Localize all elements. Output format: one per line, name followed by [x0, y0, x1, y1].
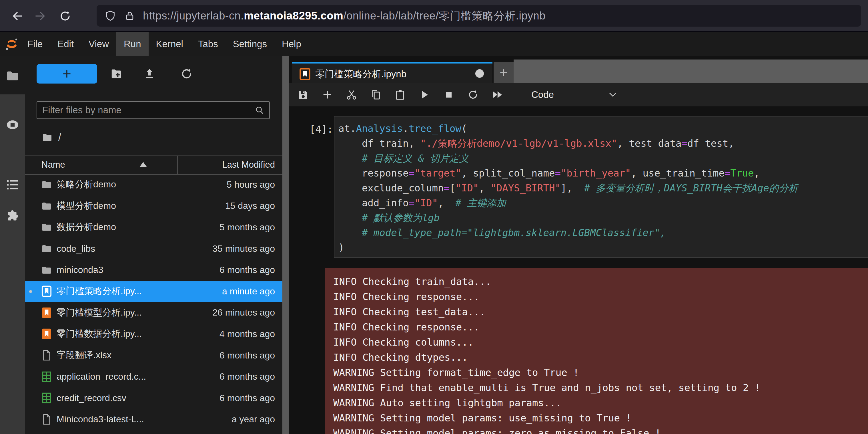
folder-icon	[41, 200, 52, 212]
file-name: miniconda3	[57, 265, 103, 275]
folder-icon	[41, 264, 52, 276]
file-row[interactable]: miniconda36 months ago	[25, 259, 282, 281]
file-row[interactable]: code_libs35 minutes ago	[25, 238, 282, 259]
new-folder-button[interactable]	[108, 66, 125, 82]
lock-icon[interactable]	[124, 10, 135, 22]
insert-cell-button[interactable]	[319, 87, 335, 103]
output-line: INFO Checking dtypes...	[333, 350, 868, 365]
file-modified: 6 months ago	[219, 350, 275, 361]
main-dock: 零门槛策略分析.ipynb + Code [4]: at.Analysis.tr…	[289, 56, 868, 434]
code-line: exclude_column=["ID", "DAYS_BIRTH"], # 多…	[338, 180, 868, 195]
folder-icon	[41, 178, 52, 191]
menu-item-help[interactable]: Help	[274, 32, 309, 56]
file-modified: 6 months ago	[219, 265, 275, 275]
cut-button[interactable]	[344, 87, 360, 103]
file-modified: 26 minutes ago	[212, 307, 275, 318]
sidebar-tab-table-of-contents[interactable]	[0, 172, 25, 197]
file-modified: 15 days ago	[225, 201, 275, 211]
chevron-down-icon	[609, 92, 617, 97]
jupyter-menu-bar: FileEditViewRunKernelTabsSettingsHelp	[0, 32, 868, 56]
folder-icon	[41, 221, 52, 233]
file-row[interactable]: 零门槛策略分析.ipy...a minute ago	[25, 281, 282, 302]
code-line: # model_type_path="lightgbm.sklearn.LGBM…	[338, 225, 868, 240]
file-modified: 6 months ago	[219, 393, 275, 403]
file-row[interactable]: application_record.c...6 months ago	[25, 366, 282, 387]
notebook-icon	[41, 307, 52, 319]
output-line: INFO Checking train_data...	[333, 274, 868, 289]
menu-item-kernel[interactable]: Kernel	[149, 32, 191, 56]
back-icon[interactable]	[10, 8, 26, 24]
file-row[interactable]: 模型分析demo15 days ago	[25, 195, 282, 217]
sort-asc-icon[interactable]	[140, 162, 147, 167]
upload-button[interactable]	[142, 66, 157, 82]
file-name: Miniconda3-latest-L...	[57, 414, 144, 425]
column-last-modified[interactable]: Last Modified	[222, 160, 275, 170]
file-browser-panel: + / Name Last Modified 策略分析demo5 hours a…	[25, 56, 282, 434]
url-prefix: https://jupyterlab-cn.	[143, 10, 244, 22]
menu-item-tabs[interactable]: Tabs	[191, 32, 225, 56]
menu-items: FileEditViewRunKernelTabsSettingsHelp	[20, 32, 309, 56]
file-name: 零门槛数据分析.ipy...	[57, 327, 142, 340]
menu-item-settings[interactable]: Settings	[225, 32, 274, 56]
folder-icon	[6, 69, 20, 83]
file-modified: 4 months ago	[219, 329, 275, 339]
sidebar-tab-running-sessions[interactable]	[0, 112, 25, 137]
file-row[interactable]: 数据分析demo5 months ago	[25, 216, 282, 238]
activity-sidebar	[0, 56, 26, 434]
code-line: at.Analysis.tree_flow(	[338, 121, 868, 136]
column-divider	[177, 156, 178, 174]
shield-icon[interactable]	[104, 10, 116, 22]
file-name: 字段翻译.xlsx	[57, 349, 112, 361]
file-filter	[37, 101, 270, 119]
running-icon	[6, 118, 20, 132]
file-row[interactable]: 零门槛模型分析.ipy...26 minutes ago	[25, 302, 282, 324]
doc-icon	[41, 349, 52, 361]
url-text: https://jupyterlab-cn.metanoia8295.com/o…	[143, 8, 546, 23]
tab-dirty-indicator[interactable]	[475, 69, 484, 78]
restart-button[interactable]	[465, 87, 481, 103]
restart-run-all-button[interactable]	[489, 87, 505, 103]
screen: https://jupyterlab-cn.metanoia8295.com/o…	[0, 0, 868, 434]
breadcrumb[interactable]: /	[42, 131, 61, 144]
cell-prompt: [4]:	[289, 124, 333, 135]
file-name: 零门槛模型分析.ipy...	[57, 307, 142, 319]
file-name: 策略分析demo	[57, 178, 116, 191]
cell-type-select[interactable]: Code	[531, 89, 617, 100]
sidebar-tab-extensions[interactable]	[0, 203, 25, 229]
breadcrumb-root[interactable]: /	[58, 131, 61, 143]
reload-icon[interactable]	[57, 8, 73, 24]
menu-item-file[interactable]: File	[20, 32, 50, 56]
menu-item-edit[interactable]: Edit	[50, 32, 81, 56]
interrupt-button[interactable]	[441, 87, 457, 103]
notebook-tab[interactable]: 零门槛策略分析.ipynb	[292, 62, 492, 85]
code-line: )	[338, 240, 868, 255]
paste-button[interactable]	[392, 87, 408, 103]
sidebar-tab-file-browser-active[interactable]	[0, 63, 25, 88]
column-name[interactable]: Name	[41, 160, 65, 170]
output-line: INFO Checking test_data...	[333, 305, 868, 320]
copy-button[interactable]	[368, 87, 384, 103]
file-row[interactable]: 策略分析demo5 hours ago	[25, 174, 282, 195]
output-line: WARNING Find that enable_multi is True a…	[333, 380, 868, 395]
menu-item-view[interactable]: View	[81, 32, 116, 56]
filter-files-input[interactable]	[37, 105, 254, 116]
forward-icon[interactable]	[32, 8, 48, 24]
run-button[interactable]	[416, 87, 432, 103]
save-button[interactable]	[295, 87, 311, 103]
new-tab-button[interactable]: +	[494, 62, 514, 83]
jupyter-logo-icon	[3, 32, 20, 56]
file-row[interactable]: 字段翻译.xlsx6 months ago	[25, 345, 282, 366]
file-name: application_record.c...	[57, 371, 146, 382]
output-line: WARNING Auto setting lightgbm params...	[333, 395, 868, 410]
file-row[interactable]: Miniconda3-latest-L...a year ago	[25, 409, 282, 430]
new-launcher-button[interactable]: +	[37, 64, 97, 84]
panel-splitter[interactable]	[282, 56, 289, 434]
file-row[interactable]: 零门槛数据分析.ipy...4 months ago	[25, 323, 282, 345]
refresh-button[interactable]	[179, 66, 195, 82]
menu-item-run[interactable]: Run	[116, 32, 149, 56]
file-modified: 5 hours ago	[227, 179, 275, 190]
code-cell-editor[interactable]: at.Analysis.tree_flow( df_train, "./策略分析…	[334, 116, 868, 258]
file-row[interactable]: credit_record.csv6 months ago	[25, 387, 282, 409]
notebook-icon	[299, 68, 311, 80]
url-bar[interactable]: https://jupyterlab-cn.metanoia8295.com/o…	[97, 5, 861, 27]
